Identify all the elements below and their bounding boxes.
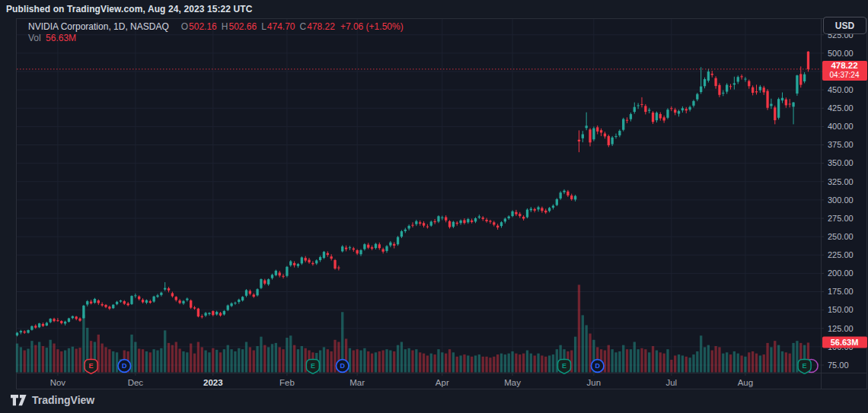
candle-body xyxy=(42,324,44,326)
volume-bar xyxy=(467,355,469,372)
volume-bar xyxy=(548,355,550,372)
time-tick-label: Apr xyxy=(436,378,449,387)
tradingview-brand[interactable]: TradingView xyxy=(11,394,94,406)
candle-body xyxy=(253,294,255,297)
candle-body xyxy=(311,263,314,264)
time-tick-label: Dec xyxy=(128,378,144,387)
volume-bar xyxy=(493,357,495,373)
candle-body xyxy=(618,131,621,135)
volume-bar xyxy=(496,354,499,372)
volume-bar xyxy=(534,355,536,372)
candle-body xyxy=(519,214,521,216)
candle-body xyxy=(245,290,247,295)
volume-bar xyxy=(201,347,203,372)
chart-canvas[interactable]: 525.00500.00475.00450.00425.00400.00375.… xyxy=(0,0,868,413)
volume-bar xyxy=(733,351,736,373)
volume-bar xyxy=(385,349,388,372)
volume-bar xyxy=(670,360,672,373)
candle-body xyxy=(656,113,658,120)
earnings-marker-icon[interactable]: E xyxy=(306,360,319,374)
volume-bar xyxy=(293,345,295,373)
candle-body xyxy=(522,217,525,218)
candle-body xyxy=(548,208,550,211)
earnings-marker-icon[interactable]: E xyxy=(558,360,571,374)
candle-body xyxy=(120,300,122,301)
candle-body xyxy=(704,79,706,86)
volume-bar xyxy=(378,351,381,373)
candle-body xyxy=(123,301,126,303)
dividend-marker-icon[interactable]: D xyxy=(591,360,604,373)
candle-body xyxy=(500,222,503,226)
price-tick-label: 450.00 xyxy=(828,85,854,94)
candle-body xyxy=(138,297,140,299)
volume-bar xyxy=(263,345,266,373)
volume-bar xyxy=(160,348,162,373)
time-tick-label: May xyxy=(504,378,521,387)
volume-bar xyxy=(777,345,780,373)
candle-body xyxy=(305,258,307,260)
candle-body xyxy=(24,332,26,333)
candle-body xyxy=(193,307,196,308)
volume-bar xyxy=(330,351,333,373)
volume-bar xyxy=(419,352,421,372)
volume-bar xyxy=(282,349,284,372)
candle-body xyxy=(378,244,381,248)
volume-bar xyxy=(56,349,59,372)
candle-body xyxy=(393,244,395,246)
dividend-marker-icon[interactable]: D xyxy=(118,360,131,373)
vol-label: Vol xyxy=(28,33,41,43)
volume-badge: 56.63M xyxy=(822,336,867,348)
volume-bar xyxy=(426,355,429,372)
candle-body xyxy=(27,330,29,332)
volume-bar xyxy=(478,354,480,372)
candle-body xyxy=(415,221,417,224)
candle-body xyxy=(30,326,33,330)
volume-bar xyxy=(526,351,528,373)
candle-body xyxy=(400,231,403,237)
candle-body xyxy=(212,311,214,315)
candle-body xyxy=(711,74,713,75)
candle-body xyxy=(112,305,114,309)
candle-body xyxy=(774,107,776,120)
earnings-marker-icon[interactable]: E xyxy=(85,360,97,374)
price-tick-label: 500.00 xyxy=(828,49,854,58)
volume-bar xyxy=(53,344,55,373)
volume-bar xyxy=(227,345,229,373)
volume-bar xyxy=(644,349,646,372)
volume-bar xyxy=(175,342,177,373)
volume-bar xyxy=(611,349,614,372)
volume-bar xyxy=(648,352,650,372)
price-tick-label: 225.00 xyxy=(828,250,854,259)
candle-body xyxy=(371,247,373,249)
candle-body xyxy=(315,260,318,263)
volume-bar xyxy=(411,351,413,373)
low-label: L xyxy=(261,21,266,32)
volume-badge-value: 56.63M xyxy=(831,338,859,347)
candle-body xyxy=(570,195,573,199)
candle-body xyxy=(263,281,266,284)
candle-body xyxy=(448,221,451,227)
price-tick-label: 425.00 xyxy=(828,103,854,113)
currency-toggle-button[interactable]: USD xyxy=(823,17,866,34)
price-tick-label: 175.00 xyxy=(828,287,854,296)
volume-bar xyxy=(437,349,439,372)
volume-bar xyxy=(785,352,787,372)
volume-bar xyxy=(582,315,584,372)
dividend-marker-icon[interactable]: D xyxy=(336,360,349,373)
volume-bar xyxy=(397,345,399,373)
candle-body xyxy=(356,250,359,253)
candle-body xyxy=(190,300,192,307)
candle-body xyxy=(459,221,461,223)
volume-bar xyxy=(149,352,152,372)
volume-bar xyxy=(626,349,628,372)
candle-body xyxy=(718,85,720,95)
candle-body xyxy=(349,247,351,248)
candle-body xyxy=(145,300,148,303)
candle-body xyxy=(152,297,155,302)
svg-text:D: D xyxy=(340,362,345,370)
volume-bar xyxy=(219,352,222,372)
candle-body xyxy=(770,104,772,106)
volume-bar xyxy=(482,357,484,373)
volume-bar xyxy=(407,348,410,373)
volume-bar xyxy=(737,354,739,373)
